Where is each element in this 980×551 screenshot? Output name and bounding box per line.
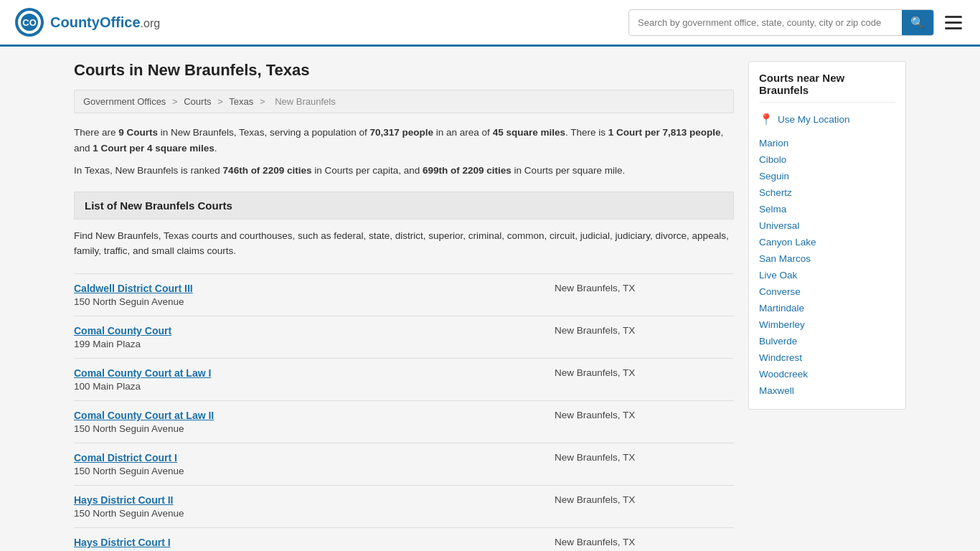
sidebar-city-link[interactable]: Marion: [759, 135, 895, 151]
list-heading: List of New Braunfels Courts: [74, 192, 734, 220]
court-info: Comal County Court 199 Main Plaza: [74, 325, 547, 349]
list-description: Find New Braunfels, Texas courts and cou…: [74, 228, 734, 259]
menu-line: [945, 27, 962, 29]
court-name[interactable]: Comal District Court I: [74, 452, 547, 463]
court-info: Hays District Court II 150 North Seguin …: [74, 494, 547, 519]
menu-line: [945, 16, 962, 18]
court-name[interactable]: Caldwell District Court III: [74, 283, 547, 294]
court-address: 100 Main Plaza: [74, 381, 547, 392]
header-right: 🔍: [628, 9, 966, 36]
court-name[interactable]: Hays District Court I: [74, 537, 547, 548]
court-address: 150 North Seguin Avenue: [74, 508, 547, 519]
court-name[interactable]: Comal County Court: [74, 325, 547, 336]
breadcrumb-link-gov[interactable]: Government Offices: [83, 96, 166, 107]
breadcrumb-current: New Braunfels: [275, 96, 336, 107]
content-area: Courts in New Braunfels, Texas Governmen…: [74, 61, 734, 551]
logo-area: CO CountyOffice.org: [14, 7, 160, 37]
breadcrumb: Government Offices > Courts > Texas > Ne…: [74, 90, 734, 113]
logo-icon: CO: [14, 7, 44, 37]
court-city: New Braunfels, TX: [555, 452, 734, 463]
sidebar: Courts near New Braunfels 📍 Use My Locat…: [748, 61, 906, 551]
stats-area: 45 square miles: [493, 127, 565, 138]
stats-count: 9 Courts: [118, 127, 158, 138]
stats-location: New Braunfels, Texas: [171, 127, 264, 138]
court-name[interactable]: Comal County Court at Law II: [74, 410, 547, 421]
court-list: Caldwell District Court III 150 North Se…: [74, 273, 734, 551]
sidebar-title: Courts near New Braunfels: [759, 72, 895, 103]
breadcrumb-link-texas[interactable]: Texas: [229, 96, 253, 107]
court-name[interactable]: Comal County Court at Law I: [74, 367, 547, 379]
court-address: 199 Main Plaza: [74, 339, 547, 349]
court-city: New Braunfels, TX: [555, 410, 734, 420]
court-info: Hays District Court I 150 North Seguin A…: [74, 537, 547, 551]
main-wrapper: Courts in New Braunfels, Texas Governmen…: [60, 47, 920, 551]
stats-per-pop: 1 Court per 7,813 people: [608, 127, 721, 138]
ranking-text: In Texas, New Braunfels is ranked 746th …: [74, 163, 734, 179]
sidebar-city-link[interactable]: San Marcos: [759, 250, 895, 267]
breadcrumb-sep: >: [217, 96, 225, 107]
search-input[interactable]: [629, 11, 902, 34]
rank-sqmile: 699th of 2209 cities: [423, 165, 512, 176]
court-city: New Braunfels, TX: [555, 367, 734, 378]
stats-per-area: 1 Court per 4 square miles: [93, 143, 215, 154]
sidebar-city-link[interactable]: Wimberley: [759, 316, 895, 333]
sidebar-city-link[interactable]: Live Oak: [759, 267, 895, 283]
logo-text: CountyOffice.org: [50, 14, 160, 31]
sidebar-city-link[interactable]: Converse: [759, 283, 895, 300]
hamburger-menu-button[interactable]: [941, 12, 966, 33]
court-city: New Braunfels, TX: [555, 325, 734, 336]
header: CO CountyOffice.org 🔍: [0, 0, 980, 47]
court-item: Comal County Court at Law II 150 North S…: [74, 400, 734, 443]
breadcrumb-link-courts[interactable]: Courts: [184, 96, 211, 107]
sidebar-city-link[interactable]: Selma: [759, 201, 895, 217]
use-location-link[interactable]: 📍 Use My Location: [759, 113, 895, 126]
sidebar-city-link[interactable]: Canyon Lake: [759, 234, 895, 250]
court-address: 150 North Seguin Avenue: [74, 466, 547, 476]
stats-text: There are 9 Courts in New Braunfels, Tex…: [74, 125, 734, 156]
court-name[interactable]: Hays District Court II: [74, 494, 547, 506]
use-location-label: Use My Location: [778, 114, 850, 125]
sidebar-links: MarionCiboloSeguinSchertzSelmaUniversalC…: [759, 135, 895, 399]
court-item: Comal County Court at Law I 100 Main Pla…: [74, 358, 734, 400]
svg-text:CO: CO: [22, 17, 37, 28]
court-info: Comal County Court at Law II 150 North S…: [74, 410, 547, 434]
sidebar-city-link[interactable]: Martindale: [759, 300, 895, 316]
rank-capita: 746th of 2209 cities: [223, 165, 312, 176]
sidebar-city-link[interactable]: Windcrest: [759, 349, 895, 366]
court-info: Caldwell District Court III 150 North Se…: [74, 283, 547, 307]
court-item: Hays District Court II 150 North Seguin …: [74, 485, 734, 527]
search-button[interactable]: 🔍: [902, 10, 933, 35]
court-item: Caldwell District Court III 150 North Se…: [74, 273, 734, 316]
sidebar-city-link[interactable]: Bulverde: [759, 333, 895, 349]
sidebar-city-link[interactable]: Cibolo: [759, 151, 895, 168]
sidebar-city-link[interactable]: Maxwell: [759, 382, 895, 399]
court-info: Comal District Court I 150 North Seguin …: [74, 452, 547, 476]
court-city: New Braunfels, TX: [555, 537, 734, 547]
court-city: New Braunfels, TX: [555, 494, 734, 505]
court-info: Comal County Court at Law I 100 Main Pla…: [74, 367, 547, 392]
court-item: Hays District Court I 150 North Seguin A…: [74, 527, 734, 551]
page-title: Courts in New Braunfels, Texas: [74, 61, 734, 80]
court-item: Comal District Court I 150 North Seguin …: [74, 443, 734, 485]
sidebar-city-link[interactable]: Universal: [759, 217, 895, 234]
sidebar-city-link[interactable]: Seguin: [759, 168, 895, 184]
stats-population: 70,317 people: [370, 127, 434, 138]
sidebar-city-link[interactable]: Schertz: [759, 184, 895, 201]
menu-line: [945, 22, 962, 24]
breadcrumb-sep: >: [172, 96, 180, 107]
search-container: 🔍: [628, 9, 934, 36]
court-item: Comal County Court 199 Main Plaza New Br…: [74, 316, 734, 358]
sidebar-city-link[interactable]: Woodcreek: [759, 366, 895, 382]
breadcrumb-sep: >: [260, 96, 268, 107]
court-address: 150 North Seguin Avenue: [74, 296, 547, 307]
court-city: New Braunfels, TX: [555, 283, 734, 293]
court-address: 150 North Seguin Avenue: [74, 423, 547, 434]
sidebar-box: Courts near New Braunfels 📍 Use My Locat…: [748, 61, 906, 410]
location-pin-icon: 📍: [759, 113, 773, 126]
